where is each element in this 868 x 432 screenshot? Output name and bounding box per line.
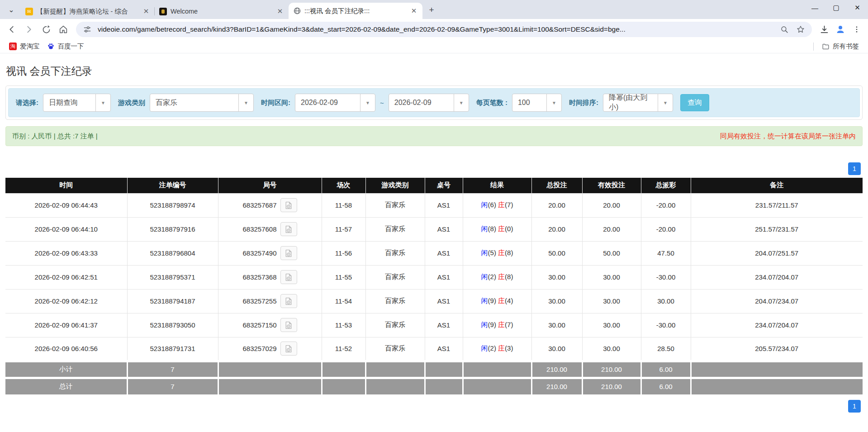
player-points: (8)	[488, 225, 496, 233]
subtotal-label: 小计	[5, 361, 127, 378]
chevron-down-icon: ▼	[546, 94, 561, 111]
cell-total-bet[interactable]: 30.00	[531, 313, 582, 337]
menu-kebab-icon[interactable]	[849, 22, 864, 37]
all-bookmarks-button[interactable]: 所有书签	[818, 41, 863, 52]
tab-close-icon[interactable]: ✕	[276, 7, 284, 15]
table-row: 2026-02-09 06:42:51 523188795371 6832573…	[5, 265, 863, 289]
cell-session: 11-57	[322, 217, 365, 241]
game-category-label: 游戏类别	[118, 99, 145, 107]
cell-game: 百家乐	[365, 193, 425, 217]
welcome-favicon-icon	[159, 8, 167, 15]
video-replay-button[interactable]	[280, 342, 297, 356]
query-button[interactable]: 查询	[680, 94, 709, 111]
video-replay-button[interactable]	[280, 198, 297, 212]
cell-round-no: 683257608	[218, 217, 322, 241]
minimize-button[interactable]: —	[804, 0, 825, 15]
chevron-down-icon: ▼	[95, 94, 110, 111]
bookmark-baidu[interactable]: 百度一下	[43, 41, 88, 52]
subtotal-payout: 6.00	[641, 361, 691, 378]
bookmark-taobao[interactable]: 淘 爱淘宝	[5, 41, 43, 52]
banker-result: 庄	[498, 225, 505, 233]
player-result: 闲	[481, 297, 488, 304]
tab-close-icon[interactable]: ✕	[142, 7, 150, 15]
reload-button[interactable]	[38, 21, 54, 38]
date-start-select[interactable]: 2026-02-09 ▼	[295, 94, 375, 112]
cell-payout: -30.00	[641, 265, 691, 289]
cell-remark: 204.07/234.07	[691, 289, 863, 313]
video-replay-button[interactable]	[280, 246, 297, 260]
page-1-button[interactable]: 1	[848, 162, 861, 175]
cell-bet-no: 523188794187	[127, 289, 218, 313]
video-replay-button[interactable]	[280, 294, 297, 308]
cell-time: 2026-02-09 06:44:43	[5, 193, 127, 217]
cell-valid-bet: 20.00	[582, 193, 641, 217]
filter-panel: 请选择: 日期查询 ▼ 游戏类别 百家乐 ▼ 时间区间: 2026-02-09 …	[5, 85, 863, 120]
close-button[interactable]: ✕	[847, 0, 868, 15]
home-button[interactable]	[55, 21, 71, 38]
address-bar[interactable]: videoie.com/game/betrecord_search/kind3?…	[76, 22, 812, 37]
game-category-select[interactable]: 百家乐 ▼	[150, 94, 254, 112]
cell-table: AS1	[425, 289, 463, 313]
cell-valid-bet: 20.00	[582, 217, 641, 241]
cell-session: 11-56	[322, 241, 365, 265]
summary-bar: 币别 : 人民币 | 总共 :7 注单 | 同局有效投注，统一计算在该局第一张注…	[5, 126, 863, 146]
back-button[interactable]	[4, 21, 20, 38]
tab-welcome[interactable]: Welcome ✕	[155, 4, 289, 19]
cell-total-bet[interactable]: 20.00	[531, 217, 582, 241]
tab-close-icon[interactable]: ✕	[410, 7, 418, 15]
cell-total-bet[interactable]: 50.00	[531, 241, 582, 265]
bookmark-label: 百度一下	[58, 42, 84, 51]
profile-avatar[interactable]	[833, 22, 848, 37]
cell-remark: 204.07/251.57	[691, 241, 863, 265]
url-text[interactable]: videoie.com/game/betrecord_search/kind3?…	[98, 25, 774, 33]
browser-toolbar: videoie.com/game/betrecord_search/kind3?…	[0, 19, 868, 40]
player-points: (2)	[488, 344, 496, 352]
video-replay-button[interactable]	[280, 270, 297, 284]
cell-session: 11-58	[322, 193, 365, 217]
col-payout: 总派彩	[641, 178, 691, 193]
forward-button[interactable]	[21, 21, 37, 38]
cell-total-bet[interactable]: 30.00	[531, 337, 582, 361]
cell-bet-no: 523188798974	[127, 193, 218, 217]
cell-valid-bet: 50.00	[582, 241, 641, 265]
page-1-button[interactable]: 1	[848, 400, 861, 413]
col-time: 时间	[5, 178, 127, 193]
chevron-down-icon: ▼	[658, 94, 673, 111]
col-valid-bet: 有效投注	[582, 178, 641, 193]
cell-result: 闲(9) 庄(7)	[463, 313, 531, 337]
cell-total-bet[interactable]: 20.00	[531, 193, 582, 217]
tab-search-chevron-icon[interactable]: ⌄	[4, 2, 19, 17]
cell-total-bet[interactable]: 30.00	[531, 265, 582, 289]
sort-order-select[interactable]: 降幂(由大到小) ▼	[603, 94, 673, 112]
cell-table: AS1	[425, 337, 463, 361]
total-label: 总计	[5, 378, 127, 394]
tab-forum[interactable]: ✉ 【新提醒】海燕策略论坛 - 综合 ✕	[21, 4, 155, 19]
total-valid-bet: 210.00	[582, 378, 641, 394]
maximize-button[interactable]: ▢	[825, 0, 847, 15]
new-tab-button[interactable]: +	[425, 4, 438, 16]
date-start-value: 2026-02-09	[295, 94, 360, 111]
cell-round-no: 683257687	[218, 193, 322, 217]
globe-favicon-icon	[293, 7, 301, 15]
col-table: 桌号	[425, 178, 463, 193]
query-type-select[interactable]: 日期查询 ▼	[43, 94, 111, 112]
date-end-select[interactable]: 2026-02-09 ▼	[389, 94, 469, 112]
page-size-value: 100	[512, 94, 546, 111]
cell-table: AS1	[425, 241, 463, 265]
filter-well: 请选择: 日期查询 ▼ 游戏类别 百家乐 ▼ 时间区间: 2026-02-09 …	[8, 88, 860, 117]
cell-total-bet[interactable]: 30.00	[531, 289, 582, 313]
video-replay-button[interactable]	[280, 222, 297, 236]
cell-session: 11-52	[322, 337, 365, 361]
player-result: 闲	[481, 321, 488, 328]
player-points: (6)	[488, 201, 496, 209]
window-controls: — ▢ ✕	[804, 0, 868, 15]
table-row: 2026-02-09 06:41:37 523188793050 6832571…	[5, 313, 863, 337]
bookmark-star-icon[interactable]	[795, 24, 806, 35]
video-replay-button[interactable]	[280, 318, 297, 332]
site-settings-tune-icon[interactable]	[81, 24, 93, 35]
zoom-icon[interactable]	[778, 24, 790, 35]
cell-payout: 30.00	[641, 289, 691, 313]
downloads-button[interactable]	[816, 22, 832, 37]
page-size-select[interactable]: 100 ▼	[512, 94, 562, 112]
tab-bet-record[interactable]: :::视讯 会员下注纪录::: ✕	[289, 3, 422, 19]
